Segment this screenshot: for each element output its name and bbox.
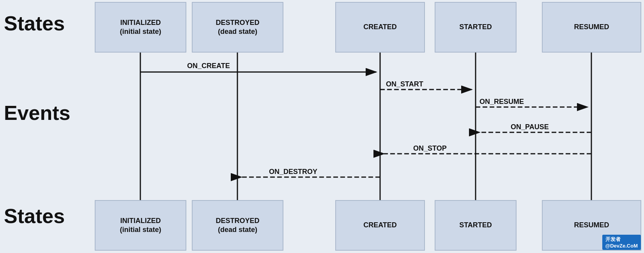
diagram-svg: ON_CREATE ON_START ON_RESUME ON_PAUSE ON… — [0, 0, 644, 253]
svg-text:ON_DESTROY: ON_DESTROY — [269, 168, 317, 176]
svg-text:ON_PAUSE: ON_PAUSE — [511, 123, 549, 131]
svg-text:ON_STOP: ON_STOP — [413, 144, 447, 152]
watermark: 开发者@DevZe.CoM — [602, 235, 641, 250]
svg-text:ON_RESUME: ON_RESUME — [479, 98, 524, 105]
svg-text:ON_CREATE: ON_CREATE — [187, 62, 230, 70]
diagram-container: States Events States INITIALIZED(initial… — [0, 0, 644, 253]
svg-text:ON_START: ON_START — [386, 80, 423, 88]
